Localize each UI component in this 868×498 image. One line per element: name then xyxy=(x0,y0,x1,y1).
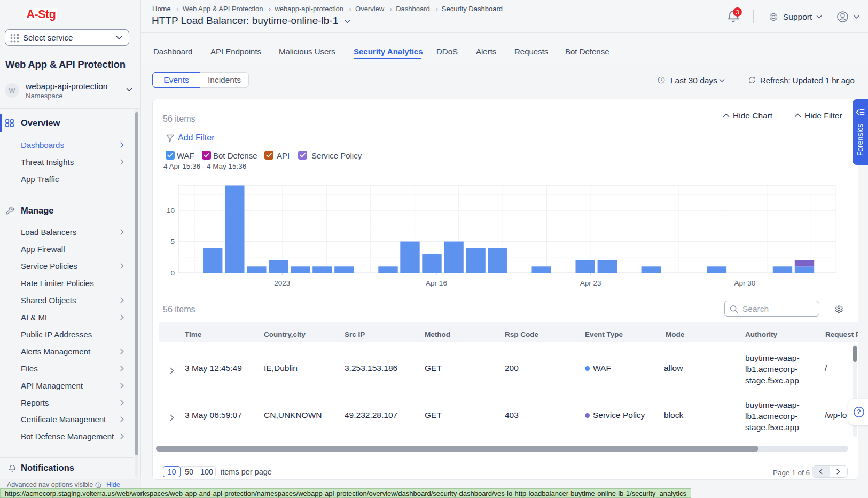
svg-text:0: 0 xyxy=(170,269,175,277)
svg-text:Apr 16: Apr 16 xyxy=(426,279,447,287)
svg-text:2023: 2023 xyxy=(274,279,290,287)
svg-text:Apr 30: Apr 30 xyxy=(734,279,756,287)
svg-text:?: ? xyxy=(857,408,861,416)
svg-text:10: 10 xyxy=(167,207,175,215)
svg-text:Apr 23: Apr 23 xyxy=(580,279,601,287)
svg-text:5: 5 xyxy=(170,238,175,246)
svg-text:i: i xyxy=(98,483,99,488)
